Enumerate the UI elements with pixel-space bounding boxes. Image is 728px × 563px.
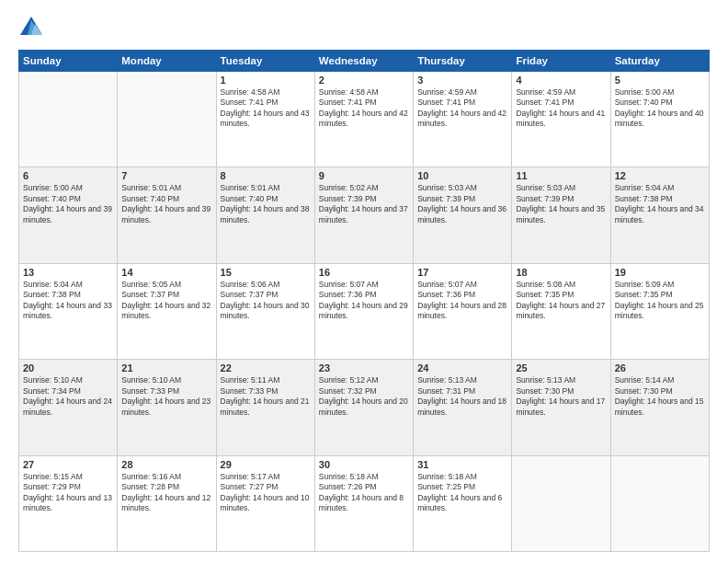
calendar-cell [512,455,610,551]
calendar-header-thursday: Thursday [414,51,512,72]
calendar-cell: 30Sunrise: 5:18 AM Sunset: 7:26 PM Dayli… [314,455,413,551]
cell-info: Sunrise: 5:08 AM Sunset: 7:35 PM Dayligh… [516,280,606,322]
calendar-cell: 22Sunrise: 5:11 AM Sunset: 7:33 PM Dayli… [216,360,314,455]
calendar-week-row: 1Sunrise: 4:58 AM Sunset: 7:41 PM Daylig… [19,72,710,167]
calendar-header-monday: Monday [118,51,216,72]
cell-info: Sunrise: 5:13 AM Sunset: 7:30 PM Dayligh… [516,375,606,418]
calendar-cell: 26Sunrise: 5:14 AM Sunset: 7:30 PM Dayli… [610,360,709,455]
cell-info: Sunrise: 5:02 AM Sunset: 7:39 PM Dayligh… [319,183,409,225]
calendar-cell: 19Sunrise: 5:09 AM Sunset: 7:35 PM Dayli… [610,263,709,359]
day-number: 20 [23,362,113,373]
calendar-cell: 17Sunrise: 5:07 AM Sunset: 7:36 PM Dayli… [414,263,512,359]
calendar-header-saturday: Saturday [610,51,709,72]
day-number: 2 [319,75,409,86]
calendar-cell: 29Sunrise: 5:17 AM Sunset: 7:27 PM Dayli… [216,455,314,551]
calendar-cell: 27Sunrise: 5:15 AM Sunset: 7:29 PM Dayli… [19,455,118,551]
day-number: 13 [23,267,113,278]
calendar-week-row: 20Sunrise: 5:10 AM Sunset: 7:34 PM Dayli… [19,360,710,455]
calendar-cell: 3Sunrise: 4:59 AM Sunset: 7:41 PM Daylig… [414,72,512,167]
cell-info: Sunrise: 5:13 AM Sunset: 7:31 PM Dayligh… [417,375,507,418]
calendar-cell: 10Sunrise: 5:03 AM Sunset: 7:39 PM Dayli… [414,167,512,263]
cell-info: Sunrise: 4:59 AM Sunset: 7:41 PM Dayligh… [417,87,507,130]
day-number: 11 [516,170,606,181]
calendar-cell: 15Sunrise: 5:06 AM Sunset: 7:37 PM Dayli… [216,263,314,359]
cell-info: Sunrise: 5:04 AM Sunset: 7:38 PM Dayligh… [23,280,113,322]
calendar-cell: 18Sunrise: 5:08 AM Sunset: 7:35 PM Dayli… [512,263,610,359]
day-number: 22 [221,362,311,373]
calendar-cell [19,72,118,167]
cell-info: Sunrise: 5:07 AM Sunset: 7:36 PM Dayligh… [319,280,409,322]
day-number: 23 [319,362,409,373]
day-number: 18 [516,267,606,278]
day-number: 8 [221,170,311,181]
calendar-cell: 20Sunrise: 5:10 AM Sunset: 7:34 PM Dayli… [19,360,118,455]
cell-info: Sunrise: 5:03 AM Sunset: 7:39 PM Dayligh… [516,183,606,225]
day-number: 15 [221,267,311,278]
calendar-cell: 11Sunrise: 5:03 AM Sunset: 7:39 PM Dayli… [512,167,610,263]
cell-info: Sunrise: 5:09 AM Sunset: 7:35 PM Dayligh… [615,280,705,322]
calendar-cell: 13Sunrise: 5:04 AM Sunset: 7:38 PM Dayli… [19,263,118,359]
cell-info: Sunrise: 5:18 AM Sunset: 7:26 PM Dayligh… [319,472,409,514]
day-number: 1 [221,75,311,86]
calendar-cell: 12Sunrise: 5:04 AM Sunset: 7:38 PM Dayli… [610,167,709,263]
day-number: 21 [121,362,211,373]
day-number: 19 [615,267,705,278]
day-number: 30 [319,459,409,470]
cell-info: Sunrise: 5:17 AM Sunset: 7:27 PM Dayligh… [221,472,311,514]
calendar-cell: 6Sunrise: 5:00 AM Sunset: 7:40 PM Daylig… [19,167,118,263]
calendar-header-row: SundayMondayTuesdayWednesdayThursdayFrid… [19,51,710,72]
cell-info: Sunrise: 5:00 AM Sunset: 7:40 PM Dayligh… [615,87,705,130]
calendar-cell: 8Sunrise: 5:01 AM Sunset: 7:40 PM Daylig… [216,167,314,263]
cell-info: Sunrise: 4:59 AM Sunset: 7:41 PM Dayligh… [516,87,606,130]
cell-info: Sunrise: 5:01 AM Sunset: 7:40 PM Dayligh… [121,183,211,225]
day-number: 5 [615,75,705,86]
day-number: 10 [417,170,507,181]
cell-info: Sunrise: 5:10 AM Sunset: 7:33 PM Dayligh… [121,375,211,418]
cell-info: Sunrise: 5:12 AM Sunset: 7:32 PM Dayligh… [319,375,409,418]
day-number: 31 [417,459,507,470]
calendar-week-row: 27Sunrise: 5:15 AM Sunset: 7:29 PM Dayli… [19,455,710,551]
day-number: 12 [615,170,705,181]
calendar-cell: 21Sunrise: 5:10 AM Sunset: 7:33 PM Dayli… [118,360,216,455]
page: SundayMondayTuesdayWednesdayThursdayFrid… [0,0,728,563]
calendar-cell: 28Sunrise: 5:16 AM Sunset: 7:28 PM Dayli… [118,455,216,551]
day-number: 27 [23,459,113,470]
calendar-cell [610,455,709,551]
calendar-cell: 14Sunrise: 5:05 AM Sunset: 7:37 PM Dayli… [118,263,216,359]
day-number: 26 [615,362,705,373]
logo [18,15,48,40]
cell-info: Sunrise: 5:10 AM Sunset: 7:34 PM Dayligh… [23,375,113,418]
day-number: 17 [417,267,507,278]
calendar-cell: 4Sunrise: 4:59 AM Sunset: 7:41 PM Daylig… [512,72,610,167]
cell-info: Sunrise: 5:00 AM Sunset: 7:40 PM Dayligh… [23,183,113,225]
cell-info: Sunrise: 5:01 AM Sunset: 7:40 PM Dayligh… [221,183,311,225]
calendar-week-row: 13Sunrise: 5:04 AM Sunset: 7:38 PM Dayli… [19,263,710,359]
cell-info: Sunrise: 5:06 AM Sunset: 7:37 PM Dayligh… [221,280,311,322]
cell-info: Sunrise: 5:07 AM Sunset: 7:36 PM Dayligh… [417,280,507,322]
day-number: 6 [23,170,113,181]
day-number: 24 [417,362,507,373]
calendar-cell: 24Sunrise: 5:13 AM Sunset: 7:31 PM Dayli… [414,360,512,455]
cell-info: Sunrise: 5:15 AM Sunset: 7:29 PM Dayligh… [23,472,113,514]
calendar-header-tuesday: Tuesday [216,51,314,72]
day-number: 7 [121,170,211,181]
calendar-cell [118,72,216,167]
day-number: 28 [121,459,211,470]
calendar-table: SundayMondayTuesdayWednesdayThursdayFrid… [18,50,710,552]
cell-info: Sunrise: 4:58 AM Sunset: 7:41 PM Dayligh… [221,87,311,130]
calendar-cell: 1Sunrise: 4:58 AM Sunset: 7:41 PM Daylig… [216,72,314,167]
day-number: 25 [516,362,606,373]
calendar-week-row: 6Sunrise: 5:00 AM Sunset: 7:40 PM Daylig… [19,167,710,263]
calendar-cell: 5Sunrise: 5:00 AM Sunset: 7:40 PM Daylig… [610,72,709,167]
day-number: 14 [121,267,211,278]
day-number: 29 [221,459,311,470]
day-number: 16 [319,267,409,278]
calendar-header-wednesday: Wednesday [314,51,413,72]
calendar-header-friday: Friday [512,51,610,72]
cell-info: Sunrise: 5:18 AM Sunset: 7:25 PM Dayligh… [417,472,507,514]
cell-info: Sunrise: 5:03 AM Sunset: 7:39 PM Dayligh… [417,183,507,225]
day-number: 3 [417,75,507,86]
calendar-cell: 23Sunrise: 5:12 AM Sunset: 7:32 PM Dayli… [314,360,413,455]
logo-icon [18,15,44,40]
calendar-header-sunday: Sunday [19,51,118,72]
